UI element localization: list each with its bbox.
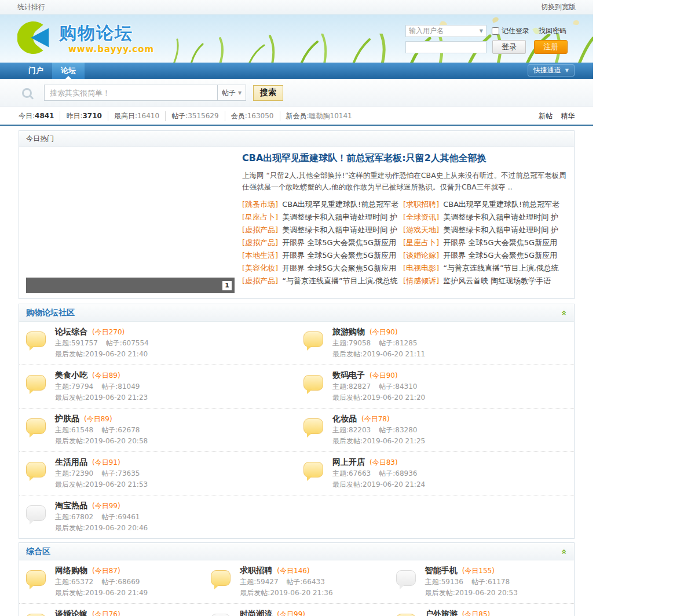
- hot-link-tag[interactable]: [星座占卜]: [242, 213, 278, 221]
- hot-link-title[interactable]: “与普京连线直播”节目上演,俄总统: [282, 276, 398, 285]
- stat-posts: 帖子:3515629: [165, 111, 219, 121]
- forum-link[interactable]: 旅游购物: [332, 327, 365, 336]
- forum-last-post: 最后发帖:2019-06-20 20:58: [55, 436, 148, 447]
- hot-link-title[interactable]: 开眼界 全球5G大会聚焦5G新应用: [282, 264, 396, 272]
- hot-link-tag[interactable]: [虚拟产品]: [242, 238, 278, 247]
- hot-link-tag[interactable]: [电视电影]: [403, 264, 439, 272]
- forum-today-count: (今日91): [92, 458, 120, 466]
- hot-link-title[interactable]: 开眼界 全球5G大会聚焦5G新应用: [282, 251, 396, 260]
- forum-link[interactable]: 户外旅游: [425, 609, 458, 616]
- hot-link-title[interactable]: 开眼界 全球5G大会聚焦5G新应用: [443, 238, 557, 247]
- forum-row: 护肤品(今日89) 主题:61548帖子:62678 最后发帖:2019-06-…: [19, 408, 574, 451]
- forgot-password-link[interactable]: 找回密码: [539, 26, 566, 36]
- hot-link-tag[interactable]: [谈婚论嫁]: [403, 251, 439, 260]
- logo-title: 购物论坛: [59, 21, 154, 45]
- hot-link-tag[interactable]: [虚拟产品]: [242, 276, 278, 285]
- forum-last-post: 最后发帖:2019-06-20 21:53: [55, 479, 148, 490]
- username-select[interactable]: 输入用户名 ▼: [405, 25, 487, 37]
- forum-link[interactable]: 时尚潮流: [240, 609, 272, 616]
- hot-link-title[interactable]: “与普京连线直播”节目上演,俄总统: [443, 264, 559, 272]
- forum-row: 谈婚论嫁(今日76) 主题:61471帖子:62309 最后发帖: 时尚潮流(今…: [19, 603, 574, 616]
- forum-today-count: (今日78): [361, 415, 390, 423]
- forum-bubble-icon: [26, 375, 46, 391]
- login-button[interactable]: 登录: [492, 40, 526, 54]
- forum-last-post: 最后发帖:2019-06-20 21:20: [332, 392, 425, 403]
- forum-last-post: 最后发帖:2019-06-20 21:25: [332, 436, 425, 447]
- forum-last-post: 最后发帖:2019-06-20 20:53: [425, 588, 518, 599]
- forum-today-count: (今日87): [92, 567, 120, 575]
- new-posts-link[interactable]: 新帖: [539, 111, 553, 121]
- forum-link[interactable]: 智能手机: [425, 566, 458, 575]
- forum-stats: 主题:61548帖子:62678: [55, 425, 148, 436]
- site-logo[interactable]: 购物论坛 www.bayyy.com: [17, 20, 154, 56]
- digest-link[interactable]: 精华: [561, 111, 575, 121]
- forum-today-count: (今日83): [370, 458, 398, 466]
- hot-link-title[interactable]: 美调整绿卡和入籍申请处理时间 护: [443, 225, 558, 234]
- slider-page-indicator[interactable]: 1: [222, 281, 232, 290]
- forum-bubble-icon: [396, 614, 416, 616]
- hot-link-tag[interactable]: [本地生活]: [242, 251, 278, 260]
- forum-cell: 生活用品(今日91) 主题:72390帖子:73635 最后发帖:2019-06…: [19, 452, 297, 495]
- hot-link-tag[interactable]: [星座占卜]: [403, 238, 439, 247]
- hot-link-item: [跳蚤市场]CBA出现罕见重建球队!前总冠军老: [242, 198, 403, 211]
- collapse-section-icon[interactable]: «: [559, 549, 569, 555]
- hot-link-title[interactable]: 开眼界 全球5G大会聚焦5G新应用: [282, 238, 396, 247]
- hot-link-tag[interactable]: [跳蚤市场]: [242, 200, 278, 209]
- tab-portal[interactable]: 门户: [20, 63, 52, 79]
- section-title: 综合区: [26, 546, 50, 557]
- hot-link-tag[interactable]: [美容化妆]: [242, 264, 278, 272]
- main-nav: 门户 论坛 快捷通道 ▼: [0, 63, 593, 79]
- forum-link[interactable]: 论坛综合: [55, 327, 87, 336]
- forum-link[interactable]: 谈婚论嫁: [55, 609, 87, 616]
- hot-link-title[interactable]: 美调整绿卡和入籍申请处理时间 护: [282, 213, 397, 221]
- forum-row: 淘宝热品(今日99) 主题:67802帖子:69461 最后发帖:2019-06…: [19, 495, 574, 538]
- hot-link-title[interactable]: CBA出现罕见重建球队!前总冠军老: [282, 200, 398, 209]
- forum-link[interactable]: 美食小吃: [55, 370, 87, 380]
- hot-link-title[interactable]: 美调整绿卡和入籍申请处理时间 护: [282, 225, 397, 234]
- forum-link[interactable]: 淘宝热品: [55, 501, 87, 510]
- forum-bubble-icon: [303, 418, 323, 434]
- hot-slider[interactable]: 1: [26, 154, 235, 293]
- hot-link-tag[interactable]: [游戏天地]: [403, 225, 439, 234]
- site-header: 购物论坛 www.bayyy.com 输入用户名 ▼ 记住登录 找回密码 登录 …: [0, 14, 593, 63]
- logo-url: www.bayyy.com: [68, 44, 154, 54]
- forum-last-post: 最后发帖:2019-06-20 21:36: [240, 588, 332, 599]
- forum-link[interactable]: 数码电子: [332, 370, 365, 380]
- hot-link-tag[interactable]: [求职招聘]: [403, 200, 439, 209]
- tab-forum[interactable]: 论坛: [52, 63, 85, 79]
- hot-link-tag[interactable]: [情感倾诉]: [403, 276, 439, 285]
- register-button[interactable]: 注册: [534, 40, 568, 54]
- forum-cell: 旅游购物(今日90) 主题:79058帖子:81285 最后发帖:2019-06…: [297, 322, 574, 365]
- forum-link[interactable]: 网上开店: [332, 457, 365, 466]
- hot-link-tag[interactable]: [虚拟产品]: [242, 225, 278, 234]
- forum-link[interactable]: 生活用品: [55, 457, 87, 466]
- search-scope-select[interactable]: 帖子 ▼: [217, 85, 246, 101]
- collapse-section-icon[interactable]: «: [559, 310, 569, 316]
- stats-ranking-link[interactable]: 统计排行: [17, 2, 45, 12]
- hot-link-title[interactable]: 美调整绿卡和入籍申请处理时间 护: [443, 213, 558, 221]
- switch-wide-version-link[interactable]: 切换到宽版: [541, 2, 576, 12]
- forum-today-count: (今日99): [277, 610, 305, 616]
- forum-link[interactable]: 求职招聘: [240, 566, 272, 575]
- search-input[interactable]: [44, 85, 218, 101]
- search-button[interactable]: 搜索: [253, 85, 283, 101]
- hot-link-title[interactable]: CBA出现罕见重建球队!前总冠军老: [443, 200, 559, 209]
- hot-link-item: [虚拟产品]“与普京连线直播”节目上演,俄总统: [242, 275, 403, 287]
- chevron-down-icon: ▼: [238, 90, 242, 96]
- hot-link-title[interactable]: 开眼界 全球5G大会聚焦5G新应用: [443, 251, 557, 260]
- hot-link-tag[interactable]: [全球资讯]: [403, 213, 439, 221]
- forum-link[interactable]: 网络购物: [55, 566, 87, 575]
- forum-cell: 网络购物(今日87) 主题:65372帖子:68669 最后发帖:2019-06…: [19, 560, 204, 603]
- forum-last-post: 最后发帖:2019-06-20 21:24: [332, 479, 425, 490]
- featured-article-title[interactable]: CBA出现罕见重建球队！前总冠军老板:只留2人其他全部换: [242, 152, 487, 165]
- forum-row: 论坛综合(今日270) 主题:591757帖子:607554 最后发帖:2019…: [19, 322, 574, 365]
- forum-cell: 美食小吃(今日89) 主题:79794帖子:81049 最后发帖:2019-06…: [19, 365, 297, 408]
- password-field[interactable]: [405, 41, 487, 53]
- hot-link-item: [情感倾诉]监护风云首映 陶红现场教学手语: [403, 275, 564, 287]
- remember-login-checkbox[interactable]: [492, 27, 499, 35]
- forum-link[interactable]: 化妆品: [332, 414, 357, 423]
- username-placeholder: 输入用户名: [409, 26, 444, 36]
- quick-channel-button[interactable]: 快捷通道 ▼: [528, 64, 575, 76]
- hot-link-title[interactable]: 监护风云首映 陶红现场教学手语: [443, 276, 551, 285]
- forum-link[interactable]: 护肤品: [55, 414, 79, 423]
